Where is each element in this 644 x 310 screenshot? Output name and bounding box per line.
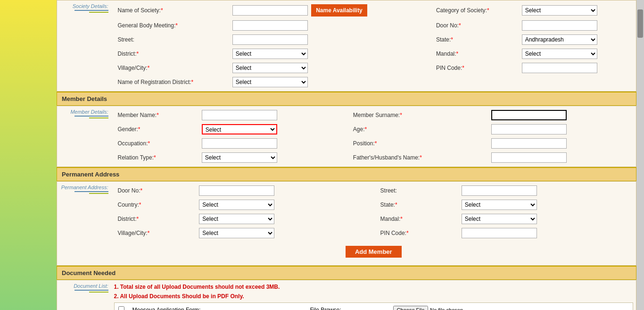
mandal-label: Mandal:* bbox=[427, 47, 518, 60]
state-label: State:* bbox=[427, 33, 518, 46]
occupation-input[interactable] bbox=[202, 138, 277, 149]
doc-info-1: 1. Total size of all Upload Documents sh… bbox=[114, 282, 634, 292]
meeseva-label: Meeseva Application Form: bbox=[131, 304, 307, 310]
reg-district-select[interactable]: Select bbox=[232, 77, 308, 87]
doc-sidebar-label: Document List: bbox=[60, 283, 108, 289]
district-select[interactable]: Select bbox=[232, 49, 308, 59]
age-label: Age:* bbox=[344, 123, 487, 136]
perm-mandal-label: Mandal:* bbox=[371, 212, 458, 226]
general-body-meeting-input[interactable] bbox=[232, 20, 308, 31]
perm-country-select[interactable]: Select bbox=[199, 200, 274, 210]
state-select[interactable]: Andhrapradesh bbox=[522, 34, 597, 45]
village-city-label: Village/City:* bbox=[115, 61, 229, 75]
member-name-input[interactable] bbox=[202, 110, 277, 120]
meeseva-checkbox[interactable] bbox=[118, 306, 124, 310]
document-needed-section-header: Document Needed bbox=[57, 266, 636, 280]
position-label: Position:* bbox=[344, 137, 487, 150]
mandal-select[interactable]: Select bbox=[522, 49, 597, 59]
door-no-label: Door No:* bbox=[427, 19, 518, 32]
add-member-button[interactable]: Add Member bbox=[346, 246, 402, 258]
member-sidebar-label: Member Details: bbox=[60, 109, 108, 115]
society-section: Society Details: Name of Society:* Nam bbox=[57, 0, 636, 92]
name-availability-button[interactable]: Name Availability bbox=[311, 4, 367, 17]
member-details-section: Member Details: Member Name:* Member Sur… bbox=[57, 106, 636, 167]
name-of-society-input[interactable] bbox=[232, 5, 308, 16]
perm-state-label: State:* bbox=[371, 198, 458, 211]
village-city-select[interactable]: Select bbox=[232, 63, 308, 73]
category-of-society-select[interactable]: Select bbox=[522, 5, 597, 16]
relation-type-select[interactable]: Select bbox=[202, 152, 277, 163]
meeseva-file-input[interactable] bbox=[393, 306, 492, 310]
doc-info-2: 2. All Upload Documents Should be in PDF… bbox=[114, 292, 634, 302]
perm-state-select[interactable]: Select bbox=[462, 200, 537, 210]
perm-street-label: Street: bbox=[371, 184, 458, 197]
perm-pin-code-input[interactable] bbox=[462, 228, 537, 238]
meeseva-file-browse-label: File Browse: bbox=[308, 304, 390, 310]
gender-select[interactable]: Select bbox=[202, 124, 277, 134]
general-body-meeting-label: General Body Meeting:* bbox=[115, 19, 229, 32]
member-name-label: Member Name:* bbox=[115, 109, 198, 122]
perm-district-label: District:* bbox=[115, 212, 196, 226]
door-no-input[interactable] bbox=[522, 20, 597, 31]
fathers-husband-name-label: Father's/Husband's Name:* bbox=[344, 151, 487, 164]
reg-district-label: Name of Registration District:* bbox=[115, 75, 229, 89]
perm-pin-code-label: PIN Code:* bbox=[371, 226, 458, 240]
perm-mandal-select[interactable]: Select bbox=[462, 214, 537, 224]
perm-addr-sidebar-label: Permanent Address: bbox=[60, 184, 108, 190]
occupation-label: Occupation:* bbox=[115, 137, 198, 150]
pin-code-input[interactable] bbox=[522, 63, 597, 73]
doc-row-meeseva: Meeseva Application Form: File Browse: bbox=[116, 304, 632, 310]
member-surname-label: Member Surname:* bbox=[344, 109, 487, 122]
permanent-address-section-header: Permanent Address bbox=[57, 167, 636, 181]
perm-village-city-select[interactable]: Select bbox=[199, 228, 274, 238]
perm-district-select[interactable]: Select bbox=[199, 214, 274, 224]
perm-village-city-label: Village/City:* bbox=[115, 226, 196, 240]
street-input[interactable] bbox=[232, 34, 308, 45]
perm-street-input[interactable] bbox=[462, 185, 537, 196]
district-label: District:* bbox=[115, 47, 229, 60]
member-details-section-header: Member Details bbox=[57, 92, 636, 106]
relation-type-label: Relation Type:* bbox=[115, 151, 198, 164]
category-of-society-label: Category of Society:* bbox=[427, 3, 518, 18]
perm-country-label: Country:* bbox=[115, 198, 196, 211]
permanent-address-section: Permanent Address: Door No:* Street: bbox=[57, 181, 636, 266]
perm-door-no-input[interactable] bbox=[199, 185, 274, 196]
scrollbar[interactable] bbox=[636, 0, 644, 310]
position-input[interactable] bbox=[491, 138, 567, 149]
age-input[interactable] bbox=[491, 124, 567, 134]
perm-door-no-label: Door No:* bbox=[115, 184, 196, 197]
document-needed-section: Document List: 1. Total size of all Uplo… bbox=[57, 280, 636, 310]
street-label: Street: bbox=[115, 33, 229, 46]
name-of-society-label: Name of Society:* bbox=[115, 3, 229, 18]
gender-label: Gender:* bbox=[115, 123, 198, 136]
member-surname-input[interactable] bbox=[491, 110, 567, 120]
pin-code-label: PIN Code:* bbox=[427, 61, 518, 75]
society-sidebar-label: Society Details: bbox=[60, 3, 108, 9]
fathers-husband-name-input[interactable] bbox=[491, 152, 567, 163]
